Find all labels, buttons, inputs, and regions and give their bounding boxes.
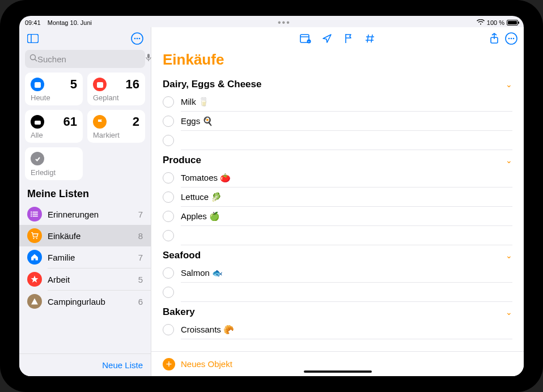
complete-toggle[interactable] (163, 211, 174, 222)
calendar-icon (31, 78, 44, 91)
smart-card-erledigt[interactable]: Erledigt (25, 147, 83, 180)
section-title: Bakery (163, 306, 195, 318)
reminder-row[interactable]: Croissants 🥐 (163, 320, 512, 339)
complete-toggle[interactable] (163, 230, 174, 241)
chevron-down-icon[interactable]: ⌄ (506, 251, 512, 260)
share-button[interactable] (487, 32, 501, 45)
complete-toggle[interactable] (163, 116, 174, 127)
section-header[interactable]: Dairy, Eggs & Cheese⌄ (163, 74, 512, 92)
star-icon (27, 272, 42, 287)
complete-toggle[interactable] (163, 96, 174, 108)
chevron-down-icon[interactable]: ⌄ (506, 156, 512, 165)
sidebar-footer: Neue Liste (19, 353, 151, 376)
svg-point-19 (33, 238, 34, 239)
page-title: Einkäufe (151, 50, 524, 74)
reminder-text[interactable]: Lettuce 🥬 (181, 192, 512, 202)
reminder-row[interactable] (163, 226, 512, 245)
home-indicator[interactable] (304, 370, 372, 373)
section-header[interactable]: Produce⌄ (163, 150, 512, 168)
multitask-dots[interactable]: ••• (92, 18, 477, 28)
smart-count: 2 (133, 114, 139, 129)
svg-rect-11 (97, 82, 103, 88)
section-header[interactable]: Bakery⌄ (163, 302, 512, 320)
svg-line-7 (35, 59, 37, 62)
list-name: Familie (48, 253, 133, 262)
smart-card-geplant[interactable]: 16Geplant (87, 73, 145, 105)
list-name: Einkäufe (48, 231, 133, 241)
section-header[interactable]: Seafood⌄ (163, 245, 512, 263)
battery-icon (507, 20, 518, 25)
reminder-row[interactable]: Eggs 🍳 (163, 112, 512, 130)
svg-point-6 (31, 55, 36, 60)
reminder-text[interactable]: Milk 🥛 (181, 97, 512, 107)
section-title: Seafood (163, 250, 201, 261)
search-input[interactable] (37, 54, 145, 64)
reminder-text[interactable]: Eggs 🍳 (181, 116, 512, 126)
reminder-row[interactable] (163, 131, 512, 150)
ipad-frame: 09:41 Montag 10. Juni ••• 100 % (0, 0, 543, 392)
svg-rect-12 (35, 121, 41, 125)
section-title: Produce (163, 155, 201, 166)
svg-point-33 (513, 38, 515, 40)
reminder-row[interactable]: Salmon 🐟 (163, 263, 512, 282)
main-more-button[interactable] (504, 32, 518, 45)
reminder-text[interactable]: Tomatoes 🍅 (181, 173, 512, 183)
reminder-row[interactable] (163, 283, 512, 301)
battery-percent: 100 % (487, 19, 504, 26)
complete-toggle[interactable] (163, 324, 174, 335)
list-row-arbeit[interactable]: Arbeit5 (19, 269, 151, 290)
smart-count: 61 (63, 114, 77, 129)
smart-label: Erledigt (31, 168, 77, 177)
smart-label: Alle (31, 131, 77, 139)
list-icon (27, 207, 42, 221)
chevron-down-icon[interactable]: ⌄ (506, 308, 512, 317)
tent-icon (27, 294, 42, 309)
svg-point-31 (508, 38, 510, 40)
svg-point-4 (137, 38, 138, 40)
list-row-einkäufe[interactable]: Einkäufe8 (19, 225, 151, 246)
main-toolbar: + (151, 27, 524, 50)
status-bar: 09:41 Montag 10. Juni ••• 100 % (19, 16, 524, 27)
svg-point-18 (31, 215, 32, 216)
list-row-campingurlaub[interactable]: Campingurlaub6 (19, 291, 151, 312)
location-icon[interactable] (320, 32, 334, 45)
svg-line-25 (367, 35, 368, 42)
status-time-date: 09:41 Montag 10. Juni (25, 19, 92, 26)
add-item-icon[interactable]: + (163, 358, 175, 370)
complete-toggle[interactable] (163, 191, 174, 203)
flag-icon (93, 115, 107, 129)
sidebar-more-button[interactable] (129, 31, 145, 46)
reminders-scroll[interactable]: Dairy, Eggs & Cheese⌄Milk 🥛Eggs 🍳Produce… (151, 74, 524, 351)
flag-icon[interactable] (342, 32, 355, 45)
complete-toggle[interactable] (163, 287, 174, 298)
svg-point-20 (36, 238, 37, 239)
sidebar-toolbar (19, 27, 151, 50)
toggle-sidebar-button[interactable] (25, 31, 41, 46)
search-field[interactable] (25, 50, 145, 68)
reminder-row[interactable]: Milk 🥛 (163, 92, 512, 111)
list-row-erinnerungen[interactable]: Erinnerungen7 (19, 203, 151, 225)
reminder-text[interactable]: Croissants 🥐 (181, 325, 512, 335)
complete-toggle[interactable] (163, 172, 174, 184)
reminder-row[interactable]: Tomatoes 🍅 (163, 168, 512, 187)
split-view: 5Heute16Geplant61Alle2MarkiertErledigt M… (19, 27, 524, 376)
tag-icon[interactable] (363, 32, 377, 45)
reminder-text[interactable]: Apples 🍏 (181, 211, 512, 221)
smart-card-alle[interactable]: 61Alle (25, 110, 83, 143)
reminder-row[interactable]: Apples 🍏 (163, 207, 512, 225)
list-row-familie[interactable]: Familie7 (19, 246, 151, 268)
section-title: Dairy, Eggs & Cheese (163, 79, 261, 90)
check-icon (31, 152, 44, 165)
complete-toggle[interactable] (163, 267, 174, 279)
chevron-down-icon[interactable]: ⌄ (506, 80, 512, 89)
reminder-row[interactable]: Lettuce 🥬 (163, 188, 512, 206)
smart-card-heute[interactable]: 5Heute (25, 73, 83, 105)
complete-toggle[interactable] (163, 135, 174, 146)
calendar-badge-icon[interactable]: + (299, 32, 312, 45)
reminder-text[interactable]: Salmon 🐟 (181, 268, 512, 278)
main-panel: + Einkäufe Dairy, (151, 27, 524, 376)
smart-card-markiert[interactable]: 2Markiert (87, 110, 145, 143)
calendar-icon (93, 78, 107, 91)
new-list-button[interactable]: Neue Liste (102, 360, 143, 370)
new-item-button[interactable]: Neues Objekt (181, 359, 232, 369)
